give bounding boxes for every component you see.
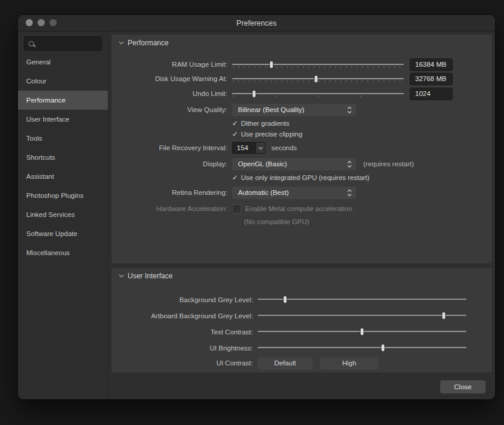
collapse-chevron-icon <box>119 274 124 278</box>
ram-value-field[interactable]: 16384 MB <box>410 58 453 71</box>
zoom-window-button[interactable] <box>50 19 57 26</box>
file-recovery-label: File Recovery Interval: <box>119 144 227 151</box>
sidebar-item-user-interface[interactable]: User Interface <box>18 110 108 129</box>
recovery-interval-value: 154 <box>233 144 255 151</box>
slider-thumb[interactable] <box>441 312 446 319</box>
user-interface-section-header[interactable]: User Interface <box>119 272 485 280</box>
ui-contrast-label: UI Contrast: <box>119 359 253 367</box>
recovery-interval-combo[interactable]: 154 <box>232 142 265 154</box>
background-grey-slider[interactable] <box>258 294 466 305</box>
user-interface-section: User Interface Background Grey Level: Ar… <box>111 267 493 373</box>
slider-track[interactable] <box>258 299 466 300</box>
sidebar-item-assistant[interactable]: Assistant <box>18 167 108 186</box>
window-title: Preferences <box>236 19 276 27</box>
background-grey-label: Background Grey Level: <box>119 296 253 303</box>
text-contrast-slider[interactable] <box>258 327 466 337</box>
slider-track[interactable] <box>232 93 404 94</box>
ram-usage-slider[interactable] <box>232 60 404 70</box>
artboard-grey-label: Artboard Background Grey Level: <box>119 312 253 319</box>
slider-thumb[interactable] <box>252 90 256 98</box>
minimize-window-button[interactable] <box>38 19 45 26</box>
ui-contrast-default-button[interactable]: Default <box>258 357 313 370</box>
metal-acceleration-checkbox[interactable] <box>232 204 241 213</box>
view-quality-value: Bilinear (Best Quality) <box>238 106 304 113</box>
artboard-grey-slider[interactable] <box>258 311 466 321</box>
slider-track[interactable] <box>232 64 404 65</box>
integrated-gpu-label: Use only integrated GPU (requires restar… <box>241 174 369 181</box>
traffic-lights <box>26 19 57 26</box>
slider-ticks <box>233 66 403 68</box>
hardware-acceleration-label: Hardware Acceleration: <box>119 205 227 212</box>
content-panel: Performance RAM Usage Limit: 16384 MB <box>109 32 495 399</box>
slider-thumb[interactable] <box>270 61 274 69</box>
close-window-button[interactable] <box>26 19 33 26</box>
disk-warning-label: Disk Usage Warning At: <box>119 75 227 82</box>
display-value: OpenGL (Basic) <box>238 160 287 167</box>
sidebar-item-photoshop-plugins[interactable]: Photoshop Plugins <box>18 186 108 205</box>
slider-thumb[interactable] <box>360 328 364 336</box>
sidebar-item-performance[interactable]: Performance <box>18 91 108 110</box>
updown-chevrons-icon <box>347 106 352 114</box>
checkmark-icon: ✓ <box>232 174 241 181</box>
slider-thumb[interactable] <box>314 75 319 83</box>
sidebar-item-tools[interactable]: Tools <box>18 129 108 148</box>
display-restart-note: (requires restart) <box>363 160 414 167</box>
metal-acceleration-label: Enable Metal compute acceleration <box>245 205 353 212</box>
precise-clipping-label: Use precise clipping <box>241 131 302 138</box>
updown-chevrons-icon <box>347 189 352 197</box>
retina-rendering-label: Retina Rendering: <box>119 189 227 196</box>
titlebar[interactable]: Preferences <box>18 15 495 32</box>
view-quality-label: View Quality: <box>119 106 227 113</box>
sidebar: General Colour Performance User Interfac… <box>18 32 109 399</box>
performance-section: Performance RAM Usage Limit: 16384 MB <box>111 34 493 264</box>
dither-gradients-label: Dither gradients <box>241 120 289 127</box>
sidebar-item-colour[interactable]: Colour <box>18 72 108 91</box>
slider-thumb[interactable] <box>381 344 385 352</box>
undo-limit-value-field[interactable]: 1024 <box>410 88 453 100</box>
ui-brightness-slider[interactable] <box>258 343 466 353</box>
slider-thumb[interactable] <box>283 296 287 303</box>
collapse-chevron-icon <box>119 41 124 45</box>
text-contrast-label: Text Contrast: <box>119 328 253 336</box>
close-button[interactable]: Close <box>440 380 486 393</box>
slider-track[interactable] <box>258 315 466 316</box>
slider-ticks <box>233 95 403 97</box>
recovery-interval-suffix: seconds <box>271 144 297 151</box>
integrated-gpu-checkbox[interactable]: ✓ Use only integrated GPU (requires rest… <box>232 174 369 181</box>
display-select[interactable]: OpenGL (Basic) <box>232 158 356 170</box>
sidebar-item-general[interactable]: General <box>18 52 108 72</box>
display-label: Display: <box>119 160 227 167</box>
retina-rendering-value: Automatic (Best) <box>238 189 289 196</box>
footer: Close <box>111 376 493 397</box>
ui-brightness-label: UI Brightness: <box>119 345 253 352</box>
updown-chevrons-icon <box>347 160 352 168</box>
retina-rendering-select[interactable]: Automatic (Best) <box>232 187 356 199</box>
ram-usage-label: RAM Usage Limit: <box>119 61 227 68</box>
user-interface-section-title: User Interface <box>128 272 172 280</box>
sidebar-item-software-update[interactable]: Software Update <box>18 224 108 243</box>
checkmark-icon: ✓ <box>232 120 241 127</box>
sidebar-nav: General Colour Performance User Interfac… <box>18 52 108 262</box>
performance-section-header[interactable]: Performance <box>119 39 485 46</box>
no-compatible-gpu-note: (No compatible GPU) <box>244 218 309 225</box>
disk-warning-slider[interactable] <box>232 74 404 84</box>
precise-clipping-checkbox[interactable]: ✓ Use precise clipping <box>232 131 302 138</box>
sidebar-item-miscellaneous[interactable]: Miscellaneous <box>18 243 108 262</box>
chevron-down-icon <box>258 147 263 150</box>
undo-limit-label: Undo Limit: <box>119 90 227 97</box>
ui-contrast-high-button[interactable]: High <box>320 357 378 370</box>
preferences-window: Preferences General Colour Performance U… <box>18 15 495 399</box>
disk-warning-value-field[interactable]: 32768 MB <box>410 73 453 85</box>
performance-section-title: Performance <box>128 39 169 47</box>
checkmark-icon: ✓ <box>232 131 241 138</box>
dither-gradients-checkbox[interactable]: ✓ Dither gradients <box>232 120 289 127</box>
search-input[interactable] <box>24 36 102 51</box>
view-quality-select[interactable]: Bilinear (Best Quality) <box>232 104 356 116</box>
combo-dropdown-button[interactable] <box>255 142 265 153</box>
sidebar-item-shortcuts[interactable]: Shortcuts <box>18 148 108 167</box>
sidebar-item-linked-services[interactable]: Linked Services <box>18 205 108 224</box>
undo-limit-slider[interactable] <box>232 89 404 99</box>
search-icon <box>29 41 34 46</box>
slider-track[interactable] <box>258 347 466 348</box>
